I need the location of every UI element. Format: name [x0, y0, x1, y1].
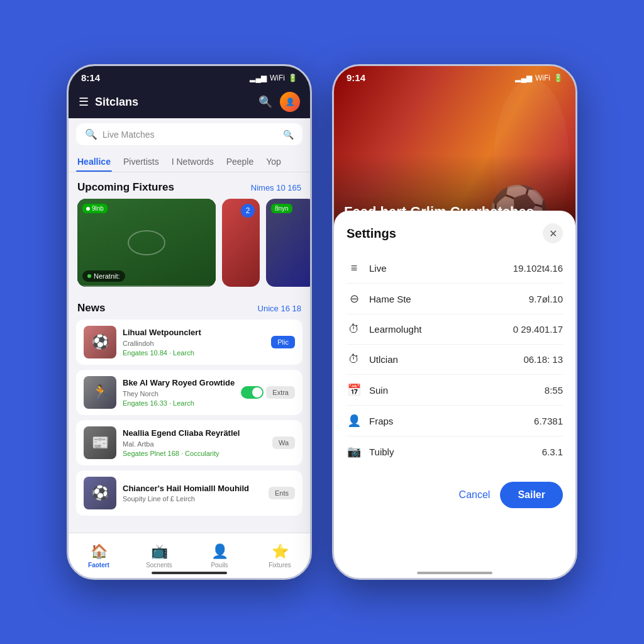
settings-row-suin[interactable]: 📅 Suin 8:55	[347, 375, 563, 406]
header-right: 🔍 👤	[258, 92, 300, 112]
settings-value-learn: 0 29.401.17	[513, 324, 563, 335]
settings-row-learn[interactable]: ⏱ Learmolught 0 29.401.17	[347, 314, 563, 345]
battery-icon-right: 🔋	[553, 74, 563, 82]
home-indicator-left	[152, 572, 227, 574]
fixtures-carousel: 9lnb Neratnit: 2 8nyn	[69, 199, 310, 293]
fixture-card-3[interactable]: 8nyn	[266, 199, 310, 287]
scroll-content: Upcoming Fixtures Nimes 10 165 9lnb	[69, 172, 310, 580]
settings-label-live: Live	[369, 263, 506, 274]
close-icon: ✕	[549, 228, 557, 240]
news-link[interactable]: Unice 16 18	[258, 304, 301, 313]
settings-label-utlcian: Utlcian	[369, 354, 516, 365]
nav-label-fixtures: Fixtures	[269, 562, 291, 569]
settings-row-utlcian[interactable]: ⏱ Utlcian 06.18: 13	[347, 345, 563, 375]
home-indicator-right	[417, 572, 492, 574]
news-title-4: Chiancer's Hail Homialll Mouhild	[123, 484, 262, 494]
news-subtitle-3: Mal. Artba	[123, 440, 266, 448]
tab-yop[interactable]: Yop	[265, 153, 282, 172]
tab-peeple[interactable]: Peeple	[225, 153, 255, 172]
hero-image: ⚽ Feed hert Grlim Cuarhatches Diance, on…	[334, 66, 575, 242]
news-subtitle-4: Soupity Line of £ Leirch	[123, 495, 262, 502]
learn-icon: ⏱	[347, 323, 362, 336]
nav-item-home[interactable]: 🏠 Faotert	[69, 533, 129, 578]
settings-row-tuibly[interactable]: 📷 Tuibly 6.3.1	[347, 436, 563, 467]
news-info-3: Neallia Egend Cliaba Reyrätlel Mal. Artb…	[123, 428, 266, 457]
header-left: ☰ Sitclans	[79, 95, 138, 109]
news-info-2: Bke Al Wary Royed Growtide They Norch En…	[123, 378, 235, 407]
hero-subtitle: Diance, only up the aconuming?	[344, 223, 534, 232]
news-action-2[interactable]: Extra	[266, 386, 295, 399]
settings-row-live[interactable]: ≡ Live 19.102t4.16	[347, 253, 563, 284]
settings-value-tuibly: 6.3.1	[542, 447, 563, 457]
nav-label-home: Faotert	[88, 562, 109, 569]
tab-pivertists[interactable]: Pivertists	[122, 153, 160, 172]
settings-value-hame: 9.7øl.10	[529, 294, 563, 304]
pouils-icon: 👤	[211, 543, 228, 560]
hero-title: Feed hert Grlim Cuarhatches	[344, 204, 534, 220]
settings-value-suin: 8:55	[545, 385, 563, 396]
socnents-icon: 📺	[151, 543, 168, 560]
hame-icon: ⊖	[347, 292, 362, 306]
news-item-1[interactable]: ⚽ Lihual Wetpounclert Crallindoh Engates…	[76, 319, 303, 365]
search-bar-icon: 🔍	[85, 128, 97, 140]
news-item-3[interactable]: 📰 Neallia Egend Cliaba Reyrätlel Mal. Ar…	[76, 420, 303, 465]
news-title: News	[77, 302, 105, 314]
news-action-4[interactable]: Ents	[269, 487, 295, 499]
toggle-switch-2[interactable]	[241, 386, 264, 399]
avatar[interactable]: 👤	[280, 92, 300, 112]
news-list: ⚽ Lihual Wetpounclert Crallindoh Engates…	[69, 319, 310, 516]
app-title: Sitclans	[95, 96, 138, 109]
save-button[interactable]: Sailer	[500, 482, 563, 508]
right-phone: 9:14 ▂▄▆ WiFi 🔋 ⚽ Feed hert Grlim Cuarha…	[332, 64, 577, 580]
fixture-card-2[interactable]: 2	[222, 199, 260, 287]
news-info-4: Chiancer's Hail Homialll Mouhild Soupity…	[123, 484, 262, 503]
search-icon[interactable]: 🔍	[258, 95, 272, 109]
live-dot	[86, 207, 90, 211]
settings-row-hame[interactable]: ⊖ Hame Ste 9.7øl.10	[347, 284, 563, 314]
news-info-1: Lihual Wetpounclert Crallindoh Engates 1…	[123, 328, 265, 357]
utlcian-icon: ⏱	[347, 353, 362, 366]
news-subtitle-1: Crallindoh	[123, 340, 265, 347]
fixtures-icon: ⭐	[272, 543, 289, 560]
news-action-1[interactable]: Plic	[271, 336, 295, 348]
wifi-icon: WiFi	[270, 74, 285, 82]
news-action-3[interactable]: Wa	[272, 436, 295, 449]
time-left: 8:14	[81, 72, 100, 83]
close-button[interactable]: ✕	[543, 223, 563, 243]
search-clear-icon[interactable]: 🔍	[283, 130, 294, 140]
settings-list: ≡ Live 19.102t4.16 ⊖ Hame Ste 9.7øl.10 ⏱…	[347, 253, 563, 467]
search-input[interactable]: Live Matches	[103, 130, 278, 140]
news-meta-2: Engates 16.33 · Learch	[123, 399, 235, 407]
settings-actions: Cancel Sailer	[347, 477, 563, 508]
tab-bar: Heallice Pivertists I Networds Peeple Yo…	[69, 150, 310, 172]
status-bar-right: 9:14 ▂▄▆ WiFi 🔋	[334, 66, 575, 87]
fixture-badge-3: 8nyn	[271, 204, 292, 213]
settings-value-fraps: 6.7381	[534, 416, 563, 426]
settings-label-tuibly: Tuibly	[369, 447, 535, 457]
news-item-4[interactable]: ⚽ Chiancer's Hail Homialll Mouhild Soupi…	[76, 470, 303, 516]
settings-row-fraps[interactable]: 👤 Fraps 6.7381	[347, 406, 563, 436]
home-icon: 🏠	[91, 543, 108, 560]
news-subtitle-2: They Norch	[123, 390, 235, 397]
news-thumb-3: 📰	[84, 426, 116, 459]
tab-heallice[interactable]: Heallice	[76, 153, 112, 172]
fixture-card-1[interactable]: 9lnb Neratnit:	[77, 199, 216, 287]
news-meta-3: Segates Plnet 168 · Coccularity	[123, 450, 266, 457]
news-title-2: Bke Al Wary Royed Growtide	[123, 378, 235, 389]
tab-inetwords[interactable]: I Networds	[170, 153, 215, 172]
search-bar[interactable]: 🔍 Live Matches 🔍	[76, 123, 303, 145]
nav-label-socnents: Socnents	[146, 562, 172, 569]
status-icons-left: ▂▄▆ WiFi 🔋	[250, 74, 297, 82]
nav-item-fixtures[interactable]: ⭐ Fixtures	[250, 533, 310, 578]
menu-icon[interactable]: ☰	[79, 95, 89, 109]
news-title-3: Neallia Egend Cliaba Reyrätlel	[123, 428, 266, 439]
fixture-label-1: Neratnit:	[82, 270, 125, 282]
status-bar-left: 8:14 ▂▄▆ WiFi 🔋	[69, 66, 310, 87]
news-meta-1: Engates 10.84 · Learch	[123, 349, 265, 357]
wifi-icon-right: WiFi	[535, 74, 550, 82]
fixture-badge-1: 9lnb	[82, 204, 108, 213]
cancel-button[interactable]: Cancel	[459, 489, 491, 501]
time-right: 9:14	[347, 72, 365, 83]
fixtures-link[interactable]: Nimes 10 165	[251, 183, 301, 192]
news-item-2[interactable]: 🏃 Bke Al Wary Royed Growtide They Norch …	[76, 370, 303, 415]
